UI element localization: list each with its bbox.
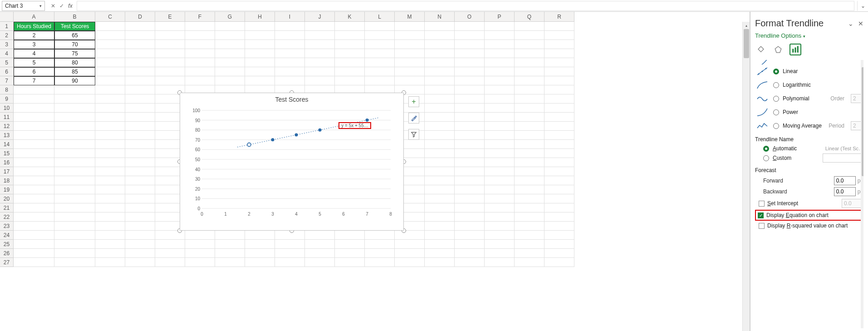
row-header[interactable]: 3 — [0, 40, 14, 49]
cell[interactable] — [485, 31, 515, 40]
cell[interactable] — [425, 167, 455, 176]
cell[interactable] — [455, 31, 485, 40]
cell[interactable] — [425, 22, 455, 31]
cell[interactable]: 6 — [14, 67, 54, 76]
cell[interactable] — [95, 249, 125, 258]
cell[interactable] — [365, 240, 395, 249]
cell[interactable] — [95, 149, 125, 158]
cell[interactable] — [125, 49, 155, 58]
cell[interactable]: 7 — [14, 76, 54, 85]
row-header[interactable]: 1 — [0, 22, 14, 31]
cell[interactable] — [425, 140, 455, 149]
row-header[interactable]: 8 — [0, 85, 14, 94]
cell[interactable] — [215, 76, 245, 85]
col-header-G[interactable]: G — [215, 12, 245, 22]
cell[interactable] — [95, 176, 125, 185]
cell[interactable] — [455, 85, 485, 94]
cell[interactable] — [245, 258, 275, 267]
panel-close-icon[interactable]: ✕ — [858, 20, 863, 27]
cell[interactable] — [125, 176, 155, 185]
col-header-I[interactable]: I — [275, 12, 305, 22]
cell[interactable] — [275, 40, 305, 49]
row-header[interactable]: 13 — [0, 131, 14, 140]
cell[interactable] — [305, 76, 335, 85]
cell[interactable] — [455, 249, 485, 258]
radio-trend-linear[interactable] — [773, 69, 779, 74]
cell[interactable] — [544, 176, 574, 185]
chart-object[interactable]: Test Scores 0102030405060708090100012345… — [180, 93, 404, 231]
cell[interactable] — [155, 67, 185, 76]
cell[interactable] — [544, 67, 574, 76]
cell[interactable] — [455, 94, 485, 104]
radio-trend-movavg[interactable] — [773, 123, 779, 129]
cell[interactable] — [515, 131, 544, 140]
cell[interactable] — [544, 158, 574, 167]
cell[interactable] — [335, 231, 365, 240]
cell[interactable] — [95, 158, 125, 167]
col-header-N[interactable]: N — [425, 12, 455, 22]
cell[interactable] — [455, 22, 485, 31]
radio-trend-log[interactable] — [773, 82, 779, 88]
cell[interactable] — [14, 176, 54, 185]
cell[interactable] — [125, 94, 155, 104]
select-all-corner[interactable] — [0, 12, 14, 22]
row-header[interactable]: 11 — [0, 113, 14, 122]
cell[interactable] — [455, 113, 485, 122]
cell[interactable]: 80 — [54, 58, 95, 67]
row-header[interactable]: 7 — [0, 76, 14, 85]
grid-vertical-scrollbar[interactable]: ▴ — [742, 22, 750, 331]
cell[interactable] — [95, 104, 125, 113]
cell[interactable] — [125, 249, 155, 258]
col-header-J[interactable]: J — [305, 12, 335, 22]
cell[interactable] — [515, 94, 544, 104]
cell[interactable] — [485, 158, 515, 167]
cell[interactable] — [155, 40, 185, 49]
cell[interactable] — [54, 203, 95, 212]
name-box[interactable]: Chart 3 ▾ — [2, 1, 45, 11]
cell[interactable] — [54, 140, 95, 149]
cell[interactable] — [14, 194, 54, 203]
cell[interactable] — [485, 49, 515, 58]
cell[interactable] — [245, 58, 275, 67]
cell[interactable] — [125, 31, 155, 40]
cell[interactable] — [185, 249, 215, 258]
row-header[interactable]: 27 — [0, 258, 14, 267]
cell[interactable] — [95, 22, 125, 31]
cell[interactable] — [455, 149, 485, 158]
cell[interactable] — [54, 212, 95, 222]
panel-subtitle[interactable]: Trendline Options▾ — [755, 32, 863, 39]
row-header[interactable]: 23 — [0, 222, 14, 231]
cell[interactable] — [95, 222, 125, 231]
scroll-up-icon[interactable]: ▴ — [861, 60, 863, 67]
cell[interactable] — [544, 31, 574, 40]
cell[interactable] — [455, 258, 485, 267]
cell[interactable] — [54, 240, 95, 249]
cell[interactable] — [335, 58, 365, 67]
cell[interactable] — [515, 122, 544, 131]
cell[interactable] — [95, 122, 125, 131]
cell[interactable] — [455, 194, 485, 203]
chart-title[interactable]: Test Scores — [180, 93, 403, 103]
cell[interactable] — [544, 76, 574, 85]
cell[interactable] — [485, 231, 515, 240]
cell[interactable] — [544, 249, 574, 258]
cell[interactable] — [544, 222, 574, 231]
cell[interactable] — [365, 231, 395, 240]
cell[interactable] — [544, 203, 574, 212]
cell[interactable] — [335, 49, 365, 58]
cell[interactable] — [335, 67, 365, 76]
cell[interactable] — [544, 94, 574, 104]
chart-filter-button[interactable] — [408, 129, 419, 140]
cell[interactable] — [14, 131, 54, 140]
cell[interactable] — [14, 94, 54, 104]
cell[interactable] — [95, 94, 125, 104]
radio-trend-poly[interactable] — [773, 96, 779, 102]
cell[interactable] — [425, 58, 455, 67]
row-header[interactable]: 14 — [0, 140, 14, 149]
cell[interactable] — [395, 249, 425, 258]
cell[interactable] — [425, 212, 455, 222]
cell[interactable] — [245, 31, 275, 40]
cell[interactable] — [485, 67, 515, 76]
cell[interactable] — [395, 40, 425, 49]
row-header[interactable]: 12 — [0, 122, 14, 131]
